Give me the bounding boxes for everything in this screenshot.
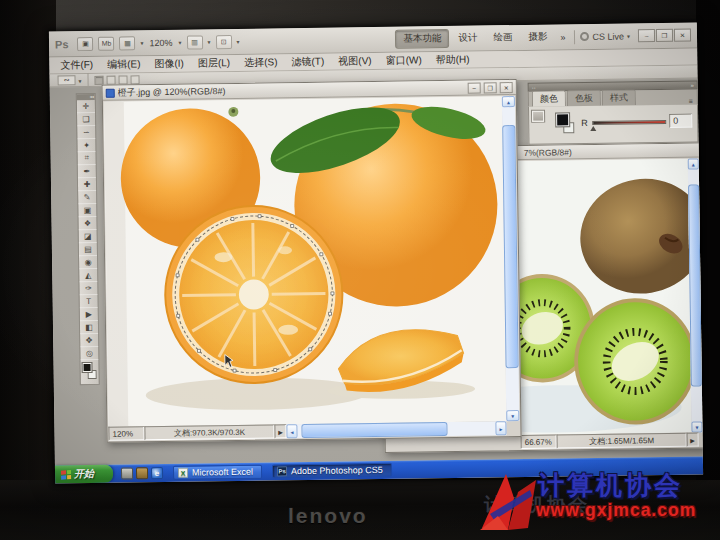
orange-canvas[interactable] <box>104 96 506 427</box>
menu-layer[interactable]: 图层(L) <box>191 55 237 72</box>
panel-foreground-swatch[interactable] <box>556 113 569 126</box>
taskbar-button-excel[interactable]: X Microsoft Excel <box>173 465 262 480</box>
menu-file[interactable]: 文件(F) <box>53 57 100 74</box>
scroll-left-icon[interactable]: ◂ <box>286 424 297 438</box>
arrange-caret-icon[interactable]: ▾ <box>208 38 211 45</box>
scroll-down-icon[interactable]: ▾ <box>506 410 519 421</box>
cs-live-label: CS Live <box>592 31 624 41</box>
divider <box>574 30 575 44</box>
eyedropper-tool-icon[interactable]: ✒ <box>78 165 96 178</box>
menu-select[interactable]: 选择(S) <box>237 54 285 71</box>
pen-tool-icon[interactable]: ✑ <box>79 282 97 295</box>
gradient-tool-icon[interactable]: ▤ <box>79 243 97 256</box>
slider-marker-icon[interactable] <box>590 126 596 131</box>
dodge-tool-icon[interactable]: ◭ <box>79 269 97 282</box>
restore-button[interactable]: ❐ <box>656 29 673 42</box>
orange-zoom-field[interactable]: 120% <box>108 426 144 441</box>
scroll-down-icon[interactable]: ▾ <box>691 421 702 432</box>
move-tool-icon[interactable]: ✛ <box>77 100 95 113</box>
zoom-tool-icon[interactable]: ◎ <box>80 347 98 360</box>
red-channel-slider[interactable] <box>592 120 666 125</box>
arrange-documents-icon[interactable]: ▥ <box>186 35 202 49</box>
menu-edit[interactable]: 编辑(E) <box>100 56 148 73</box>
clone-stamp-tool-icon[interactable]: ▣ <box>78 204 96 217</box>
minimize-button[interactable]: – <box>638 29 655 42</box>
red-channel-value[interactable]: 0 <box>669 114 692 128</box>
shape-tool-icon[interactable]: ◧ <box>80 321 98 334</box>
intersect-selection-mode-icon[interactable] <box>131 75 140 84</box>
history-brush-tool-icon[interactable]: ❖ <box>78 217 96 230</box>
panel-thumbnail-icon[interactable] <box>532 111 544 122</box>
internet-explorer-icon[interactable]: e <box>151 467 163 479</box>
subtract-selection-mode-icon[interactable] <box>119 75 128 84</box>
menu-filter[interactable]: 滤镜(T) <box>284 54 331 71</box>
kiwi-zoom-field[interactable]: 66.67% <box>521 434 557 449</box>
blur-tool-icon[interactable]: ◉ <box>79 256 97 269</box>
foreground-color-swatch[interactable] <box>83 363 92 372</box>
show-desktop-icon[interactable] <box>121 467 133 479</box>
doc-restore-button[interactable]: ❐ <box>484 82 497 93</box>
workspace-photography[interactable]: 摄影 <box>521 28 554 45</box>
cs-live-button[interactable]: CS Live ▾ <box>580 31 630 42</box>
scrollbar-thumb[interactable] <box>301 422 448 438</box>
quicklaunch-icon[interactable] <box>136 467 148 479</box>
add-selection-mode-icon[interactable] <box>107 75 116 84</box>
tab-styles[interactable]: 样式 <box>602 89 636 105</box>
tool-preset-caret-icon[interactable]: ▾ <box>79 77 82 84</box>
doc-close-button[interactable]: ✕ <box>500 82 513 93</box>
task-label: Adobe Photoshop CS5 <box>291 465 383 476</box>
scrollbar-thumb[interactable] <box>502 125 518 368</box>
start-button[interactable]: 开始 <box>55 465 113 484</box>
menu-window[interactable]: 窗口(W) <box>378 52 428 69</box>
start-label: 开始 <box>74 467 94 481</box>
workspace-essentials[interactable]: 基本功能 <box>395 29 449 49</box>
menu-view[interactable]: 视图(V) <box>331 53 379 70</box>
workspace-area: ◂◂ ✛ ❏ ∽ ✦ ⌗ ✒ ✚ ✎ ▣ ❖ ◪ ▤ ◉ ◭ ✑ T ▶ ◧ ✥ <box>50 78 703 465</box>
bridge-icon[interactable]: ▣ <box>77 36 93 50</box>
rect-marquee-tool-icon[interactable]: ❏ <box>77 113 95 126</box>
divider <box>87 73 88 87</box>
crop-tool-icon[interactable]: ⌗ <box>78 152 96 165</box>
collapse-dock-icon[interactable]: » <box>690 82 693 88</box>
scroll-right-icon[interactable]: ▸ <box>495 421 506 435</box>
taskbar-button-photoshop[interactable]: Ps Adobe Photoshop CS5 <box>272 463 392 479</box>
menu-help[interactable]: 帮助(H) <box>429 52 477 69</box>
eraser-tool-icon[interactable]: ◪ <box>79 230 97 243</box>
lasso-tool-icon[interactable]: ∽ <box>77 126 95 139</box>
close-button[interactable]: ✕ <box>674 29 691 42</box>
zoom-level-dropdown[interactable]: 120% <box>148 37 173 47</box>
menu-image[interactable]: 图像(I) <box>147 56 191 73</box>
photoshop-icon: Ps <box>277 466 287 476</box>
screen-mode-caret-icon[interactable]: ▾ <box>237 38 240 45</box>
doc-minimize-button[interactable]: – <box>468 82 481 93</box>
status-proceed-icon[interactable]: ▶ <box>687 433 699 447</box>
healing-brush-tool-icon[interactable]: ✚ <box>78 178 96 191</box>
current-tool-icon[interactable]: ∾ <box>57 75 75 85</box>
status-proceed-icon[interactable]: ▶ <box>274 424 286 438</box>
hand-tool-icon[interactable]: ✥ <box>80 334 98 347</box>
orange-title-text: 橙子.jpg @ 120%(RGB/8#) <box>118 81 465 99</box>
workspace-switcher: 基本功能 设计 绘画 摄影 » CS Live ▾ – ❐ ✕ <box>395 26 691 49</box>
new-selection-mode-icon[interactable] <box>95 75 104 84</box>
scroll-up-icon[interactable]: ▴ <box>688 158 699 169</box>
screen-mode-icon[interactable]: ⊡ <box>215 34 231 48</box>
orange-document-window: 橙子.jpg @ 120%(RGB/8#) – ❐ ✕ <box>102 79 522 443</box>
view-extras-icon[interactable]: ▦ <box>119 36 135 50</box>
type-tool-icon[interactable]: T <box>80 295 98 308</box>
workspace-design[interactable]: 设计 <box>451 29 484 46</box>
workspace-painting[interactable]: 绘画 <box>486 29 519 46</box>
path-selection-tool-icon[interactable]: ▶ <box>80 308 98 321</box>
workspace-overflow-icon[interactable]: » <box>556 32 569 42</box>
tab-color[interactable]: 颜色 <box>532 90 566 106</box>
quick-selection-tool-icon[interactable]: ✦ <box>77 139 95 152</box>
orange-horizontal-scrollbar[interactable]: ◂ ▸ <box>286 421 506 438</box>
scroll-up-icon[interactable]: ▴ <box>502 96 515 107</box>
mini-bridge-icon[interactable]: Mb <box>98 36 114 50</box>
monitor-photo: Ps ▣ Mb ▦ ▾ 120% ▾ ▥ ▾ ⊡ ▾ 基本功能 设计 绘画 摄影… <box>0 0 720 540</box>
zoom-caret-icon[interactable]: ▾ <box>179 39 182 46</box>
view-extras-caret-icon[interactable]: ▾ <box>140 39 143 46</box>
dock-grip-icon: ·· <box>532 84 536 90</box>
panel-dock: ·· » 颜色 色板 样式 ≡ R 0 <box>528 80 699 144</box>
brush-tool-icon[interactable]: ✎ <box>78 191 96 204</box>
tab-swatches[interactable]: 色板 <box>567 90 601 106</box>
